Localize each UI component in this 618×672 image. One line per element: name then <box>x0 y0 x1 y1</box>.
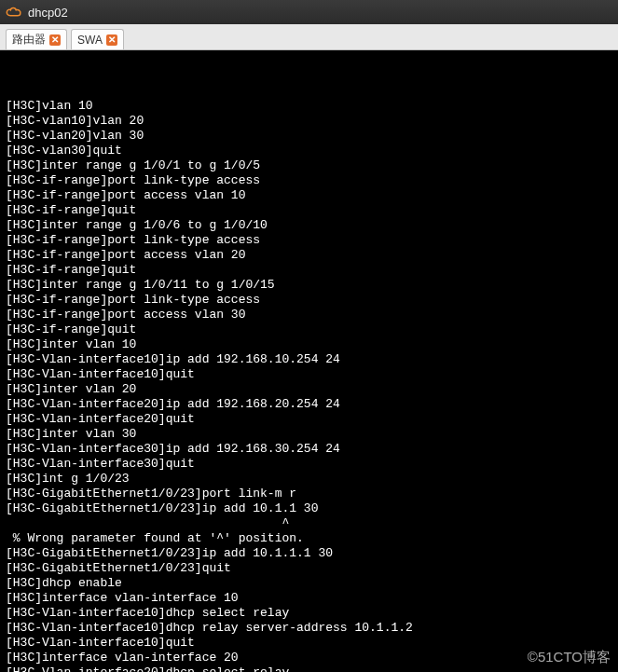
tabbar: 路由器 ✕ SWA ✕ <box>0 24 618 50</box>
terminal-line: [H3C]int g 1/0/23 <box>6 472 612 487</box>
terminal-line: % Wrong parameter found at '^' position. <box>6 531 612 546</box>
terminal-line: [H3C]inter range g 1/0/6 to g 1/0/10 <box>6 218 612 233</box>
terminal-line: [H3C-if-range]quit <box>6 263 612 278</box>
terminal-line: [H3C-Vlan-interface20]dhcp select relay <box>6 665 612 672</box>
terminal-line: [H3C]vlan 10 <box>6 99 612 114</box>
terminal-line: [H3C]interface vlan-interface 20 <box>6 651 612 665</box>
terminal-line: [H3C-if-range]port access vlan 10 <box>6 188 612 203</box>
window-title: dhcp02 <box>28 6 68 20</box>
terminal-line: ^ <box>6 516 612 531</box>
terminal-line: [H3C]inter vlan 10 <box>6 337 612 352</box>
terminal-line: [H3C-if-range]port access vlan 30 <box>6 308 612 322</box>
app-window: dhcp02 路由器 ✕ SWA ✕ [H3C]vlan 10[H3C-vlan… <box>0 0 618 672</box>
terminal-line: [H3C]inter range g 1/0/11 to g 1/0/15 <box>6 278 612 293</box>
terminal-line: [H3C-Vlan-interface10]dhcp select relay <box>6 606 612 621</box>
terminal-line: [H3C-vlan10]vlan 20 <box>6 114 612 129</box>
terminal-line: [H3C-Vlan-interface20]ip add 192.168.20.… <box>6 397 612 412</box>
terminal-line: [H3C-if-range]port link-type access <box>6 233 612 248</box>
terminal-line: [H3C-Vlan-interface10]dhcp relay server-… <box>6 621 612 636</box>
terminal-line: [H3C]interface vlan-interface 10 <box>6 591 612 606</box>
terminal-line: [H3C-Vlan-interface10]quit <box>6 636 612 651</box>
terminal-line: [H3C-if-range]port link-type access <box>6 293 612 308</box>
terminal-line: [H3C-vlan20]vlan 30 <box>6 129 612 144</box>
terminal-line: [H3C-Vlan-interface30]quit <box>6 457 612 472</box>
terminal-line: [H3C-GigabitEthernet1/0/23]ip add 10.1.1… <box>6 501 612 516</box>
terminal-line: [H3C-GigabitEthernet1/0/23]port link-m r <box>6 487 612 501</box>
terminal-line: [H3C-Vlan-interface20]quit <box>6 412 612 427</box>
terminal-line: [H3C-Vlan-interface30]ip add 192.168.30.… <box>6 442 612 457</box>
cloud-icon <box>6 6 22 19</box>
terminal-line: [H3C-vlan30]quit <box>6 144 612 158</box>
terminal-line: [H3C-Vlan-interface10]quit <box>6 367 612 382</box>
terminal-line: [H3C-if-range]port access vlan 20 <box>6 248 612 263</box>
terminal-line: [H3C-if-range]port link-type access <box>6 173 612 188</box>
titlebar[interactable]: dhcp02 <box>0 0 618 24</box>
terminal-line: [H3C-if-range]quit <box>6 203 612 218</box>
tab-router[interactable]: 路由器 ✕ <box>6 29 67 49</box>
tab-swa[interactable]: SWA ✕ <box>71 29 124 49</box>
tab-label: 路由器 <box>12 32 46 48</box>
tab-label: SWA <box>77 34 103 47</box>
terminal-line: [H3C-Vlan-interface10]ip add 192.168.10.… <box>6 352 612 367</box>
close-icon[interactable]: ✕ <box>106 34 117 46</box>
terminal-line: [H3C]inter range g 1/0/1 to g 1/0/5 <box>6 158 612 173</box>
terminal-line: [H3C]inter vlan 30 <box>6 427 612 442</box>
terminal-line: [H3C]inter vlan 20 <box>6 382 612 397</box>
terminal-line: [H3C-if-range]quit <box>6 322 612 337</box>
terminal-line: [H3C-GigabitEthernet1/0/23]quit <box>6 561 612 576</box>
terminal-line: [H3C]dhcp enable <box>6 576 612 591</box>
close-icon[interactable]: ✕ <box>49 34 61 46</box>
terminal-line: [H3C-GigabitEthernet1/0/23]ip add 10.1.1… <box>6 546 612 561</box>
terminal-output[interactable]: [H3C]vlan 10[H3C-vlan10]vlan 20[H3C-vlan… <box>0 50 618 672</box>
